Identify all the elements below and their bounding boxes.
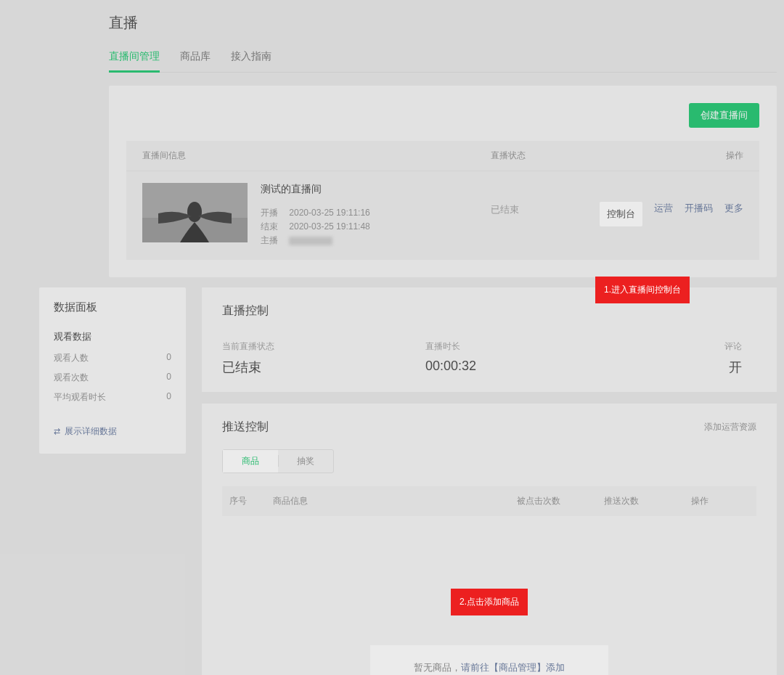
host-name-redacted bbox=[289, 237, 332, 245]
live-control-title: 直播控制 bbox=[222, 303, 756, 319]
svg-point-2 bbox=[187, 202, 202, 222]
callout-2: 2.点击添加商品 bbox=[451, 589, 528, 615]
ctrl-duration: 直播时长 00:00:32 bbox=[425, 340, 629, 376]
ctrl-label: 直播时长 bbox=[425, 340, 629, 353]
callout-1: 1.进入直播间控制台 bbox=[595, 277, 690, 303]
header-info: 直播间信息 bbox=[142, 150, 491, 162]
header-action: 操作 bbox=[598, 150, 743, 162]
action-more[interactable]: 更多 bbox=[724, 202, 743, 226]
room-name: 测试的直播间 bbox=[261, 183, 370, 196]
dp-value: 0 bbox=[166, 352, 171, 364]
dp-row-views: 观看次数 0 bbox=[54, 372, 171, 384]
seg-tab-goods[interactable]: 商品 bbox=[223, 450, 278, 472]
dp-label: 观看次数 bbox=[54, 372, 89, 384]
ctrl-value: 开 bbox=[629, 359, 742, 376]
dp-row-viewers: 观看人数 0 bbox=[54, 352, 171, 364]
end-label: 结束 bbox=[261, 220, 287, 234]
ctrl-value: 00:00:32 bbox=[425, 359, 629, 374]
start-time: 2020-03-25 19:11:16 bbox=[289, 208, 369, 218]
data-panel-title: 数据面板 bbox=[54, 300, 171, 314]
host-label: 主播 bbox=[261, 234, 287, 248]
gh-info: 商品信息 bbox=[273, 495, 517, 507]
start-label: 开播 bbox=[261, 206, 287, 220]
room-thumbnail bbox=[142, 183, 248, 242]
gh-op: 操作 bbox=[691, 495, 749, 507]
create-live-room-button[interactable]: 创建直播间 bbox=[689, 103, 759, 128]
action-console[interactable]: 控制台 bbox=[600, 202, 642, 226]
room-table-header: 直播间信息 直播状态 操作 bbox=[126, 141, 759, 171]
dp-row-avgtime: 平均观看时长 0 bbox=[54, 391, 171, 404]
push-control-panel: 推送控制 添加运营资源 商品 抽奖 序号 商品信息 被点击次数 推送次数 操作 bbox=[202, 404, 777, 675]
dp-value: 0 bbox=[166, 391, 171, 404]
tabs-bar: 直播间管理 商品库 接入指南 bbox=[109, 50, 777, 73]
dp-label: 平均观看时长 bbox=[54, 391, 106, 404]
ctrl-label: 当前直播状态 bbox=[222, 340, 425, 353]
data-panel-subtitle: 观看数据 bbox=[54, 330, 171, 343]
tab-goods-library[interactable]: 商品库 bbox=[180, 50, 211, 72]
goto-goods-manage-link[interactable]: 请前往【商品管理】添加 bbox=[461, 662, 565, 673]
ctrl-status: 当前直播状态 已结束 bbox=[222, 340, 425, 376]
gh-pushes: 推送次数 bbox=[604, 495, 691, 507]
segment-tabs: 商品 抽奖 bbox=[222, 449, 334, 473]
seg-tab-lottery[interactable]: 抽奖 bbox=[278, 450, 333, 472]
add-resource-link[interactable]: 添加运营资源 bbox=[704, 421, 756, 433]
room-status: 已结束 bbox=[491, 203, 598, 216]
live-room-card: 创建直播间 直播间信息 直播状态 操作 bbox=[109, 86, 777, 277]
dp-label: 观看人数 bbox=[54, 352, 89, 364]
room-table: 直播间信息 直播状态 操作 bbox=[126, 141, 759, 260]
dp-value: 0 bbox=[166, 372, 171, 384]
ctrl-comment: 评论 开 bbox=[629, 340, 742, 376]
gh-seq: 序号 bbox=[229, 495, 273, 507]
empty-goods-box: 暂无商品，请前往【商品管理】添加 bbox=[370, 645, 608, 675]
gh-clicks: 被点击次数 bbox=[517, 495, 604, 507]
action-operate[interactable]: 运营 bbox=[654, 202, 673, 226]
ctrl-value: 已结束 bbox=[222, 359, 425, 376]
action-code[interactable]: 开播码 bbox=[685, 202, 713, 226]
ctrl-label: 评论 bbox=[629, 340, 742, 353]
data-panel: 数据面板 观看数据 观看人数 0 观看次数 0 平均观看时长 0 展示详细数据 bbox=[39, 287, 186, 454]
table-row: 测试的直播间 开播 2020-03-25 19:11:16 结束 2020-03… bbox=[126, 171, 759, 260]
tab-integration-guide[interactable]: 接入指南 bbox=[231, 50, 271, 72]
show-detail-link[interactable]: 展示详细数据 bbox=[54, 425, 171, 438]
live-control-panel: 直播控制 当前直播状态 已结束 直播时长 00:00:32 评论 开 bbox=[202, 287, 777, 392]
tab-live-room-manage[interactable]: 直播间管理 bbox=[109, 50, 160, 72]
goods-table-header: 序号 商品信息 被点击次数 推送次数 操作 bbox=[222, 486, 756, 516]
header-status: 直播状态 bbox=[491, 150, 598, 162]
push-control-title: 推送控制 bbox=[222, 420, 269, 435]
page-title: 直播 bbox=[109, 13, 777, 33]
empty-prefix: 暂无商品， bbox=[414, 662, 461, 673]
end-time: 2020-03-25 19:11:48 bbox=[289, 221, 369, 232]
